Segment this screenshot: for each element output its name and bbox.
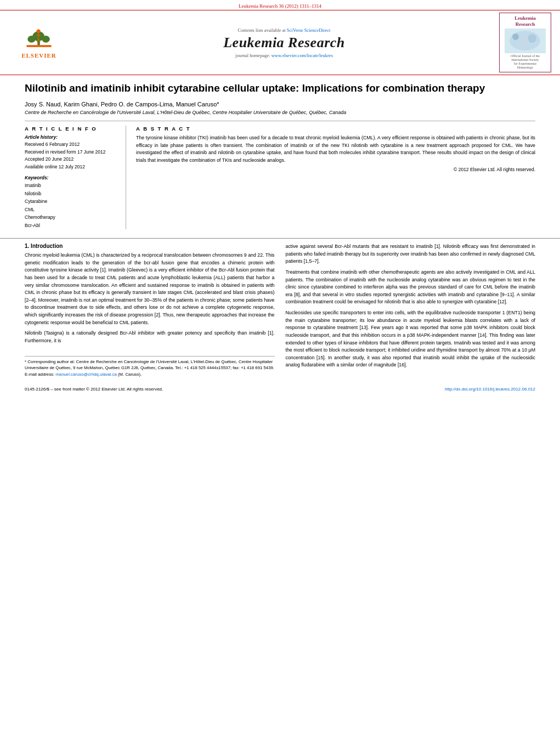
homepage-line: journal homepage: www.elsevier.com/locat…: [69, 53, 499, 58]
journal-ref: Leukemia Research 36 (2012) 1311–1314: [239, 3, 321, 9]
badge-title: LeukemiaResearch: [502, 15, 548, 27]
body-section: 1. Introduction Chronic myeloid leukemia…: [0, 238, 560, 383]
homepage-text: journal homepage:: [235, 53, 270, 58]
keywords-label: Keywords:: [25, 175, 119, 180]
keyword-bcrabl: Bcr-Abl: [25, 222, 119, 229]
header-main: ELSEVIER Contents lists available at Sci…: [0, 10, 560, 75]
article-dates: Received 6 February 2012 Received in rev…: [25, 141, 119, 171]
article-info-heading: A R T I C L E I N F O: [25, 126, 119, 132]
body-two-col: 1. Introduction Chronic myeloid leukemia…: [25, 243, 535, 378]
journal-badge-area: LeukemiaResearch Official Journal of the…: [499, 13, 551, 72]
corresponding-footnote: * Corresponding author at: Centre de Rec…: [25, 359, 275, 371]
svg-point-5: [36, 30, 40, 33]
footer-issn: 0145-2126/$ – see front matter © 2012 El…: [25, 387, 163, 392]
elsevier-tree-icon: [22, 26, 55, 51]
info-abstract-columns: A R T I C L E I N F O Article history: R…: [25, 121, 535, 229]
authors-text: Josy S. Naud, Karim Ghani, Pedro O. de C…: [25, 101, 219, 108]
abstract-copyright: © 2012 Elsevier Ltd. All rights reserved…: [136, 167, 535, 172]
affiliation: Centre de Recherche en Cancérologie de l…: [25, 110, 535, 115]
svg-point-3: [27, 36, 35, 43]
email-label: E-mail address:: [25, 372, 54, 377]
intro-para-1: Chronic myeloid leukemia (CML) is charac…: [25, 252, 275, 326]
abstract-column: A B S T R A C T The tyrosine kinase inhi…: [136, 126, 535, 229]
email-address[interactable]: manuel.caruso@crhdq.ulaval.ca: [55, 372, 117, 377]
available-date: Available online 12 July 2012: [25, 163, 119, 171]
footnote-area: * Corresponding author at: Centre de Rec…: [25, 356, 275, 378]
body-left-col: 1. Introduction Chronic myeloid leukemia…: [25, 243, 275, 378]
header-center: Contents lists available at SciVerse Sci…: [69, 27, 499, 58]
keyword-cytarabine: Cytarabine: [25, 197, 119, 205]
email-footnote: E-mail address: manuel.caruso@crhdq.ulav…: [25, 371, 275, 378]
article-section: Nilotinib and imatinib inhibit cytarabin…: [0, 75, 560, 234]
intro-para-2: Nilotinib (Tasigna) is a rationally desi…: [25, 330, 275, 344]
svg-rect-0: [26, 45, 51, 47]
received-revised-date: Received in revised form 17 June 2012: [25, 149, 119, 156]
elsevier-wordmark: ELSEVIER: [21, 52, 56, 59]
keyword-imatinib: Imatinib: [25, 182, 119, 189]
article-title: Nilotinib and imatinib inhibit cytarabin…: [25, 82, 535, 95]
history-label: Article history:: [25, 134, 119, 140]
right-para-1: active against several Bcr-Abl mutants t…: [286, 243, 536, 265]
svg-point-12: [512, 33, 519, 40]
abstract-text: The tyrosine kinase inhibitor (TKI) imat…: [136, 134, 535, 165]
article-info-column: A R T I C L E I N F O Article history: R…: [25, 126, 126, 229]
journal-ref-line: Leukemia Research 36 (2012) 1311–1314: [0, 0, 560, 10]
keywords-list: Imatinib Nilotinib Cytarabine CML Chemot…: [25, 182, 119, 229]
authors: Josy S. Naud, Karim Ghani, Pedro O. de C…: [25, 101, 535, 108]
sciverse-link[interactable]: SciVerse ScienceDirect: [287, 27, 331, 33]
journal-title: Leukemia Research: [69, 35, 499, 51]
accepted-date: Accepted 20 June 2012: [25, 156, 119, 163]
right-para-2: Treatments that combine imatinib with ot…: [286, 269, 536, 306]
elsevier-logo: ELSEVIER: [21, 26, 56, 59]
sciverse-text: Contents lists available at: [238, 27, 286, 33]
journal-badge: LeukemiaResearch Official Journal of the…: [499, 13, 551, 72]
keyword-chemotherapy: Chemotherapy: [25, 213, 119, 221]
svg-point-4: [42, 36, 49, 43]
body-right-col: active against several Bcr-Abl mutants t…: [286, 243, 536, 378]
intro-heading: 1. Introduction: [25, 243, 275, 249]
right-para-3: Nucleosides use specific transporters to…: [286, 309, 536, 369]
badge-subtitle: Official Journal of theInternational Soc…: [502, 54, 548, 70]
page: Leukemia Research 36 (2012) 1311–1314: [0, 0, 560, 741]
keyword-nilotinib: Nilotinib: [25, 190, 119, 197]
received-date: Received 6 February 2012: [25, 141, 119, 149]
homepage-link[interactable]: www.elsevier.com/locate/leukres: [271, 53, 333, 58]
abstract-heading: A B S T R A C T: [136, 126, 535, 132]
badge-image: [505, 29, 546, 53]
footer-bar: 0145-2126/$ – see front matter © 2012 El…: [0, 383, 560, 395]
elsevier-logo-area: ELSEVIER: [9, 26, 69, 59]
keyword-cml: CML: [25, 206, 119, 213]
footer-doi[interactable]: http://dx.doi.org/10.1016/j.leukres.2012…: [445, 387, 535, 392]
email-suffix: (M. Caruso).: [118, 372, 142, 377]
sciverse-line: Contents lists available at SciVerse Sci…: [69, 27, 499, 33]
svg-point-14: [518, 37, 529, 48]
badge-illustration: [505, 29, 546, 53]
